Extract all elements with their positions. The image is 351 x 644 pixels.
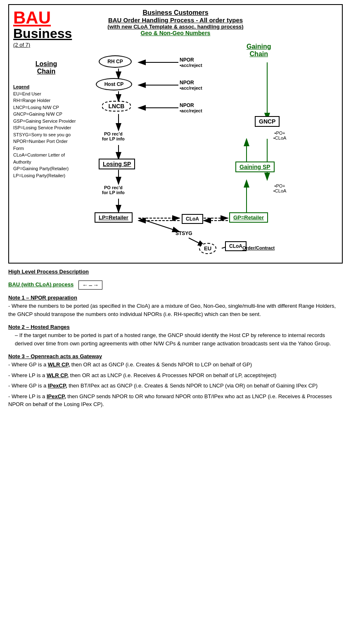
- note3-para4: - Where LP is a IPexCP, then GNCP sends …: [8, 392, 343, 409]
- right-arrow-icon: →: [93, 282, 99, 288]
- lncb-box: LNCB: [102, 101, 131, 112]
- note2-list: If the target number to be ported is par…: [8, 331, 343, 347]
- arrow-indicator: ← – →: [78, 280, 102, 290]
- note3-p3-prefix: - Where GP is a: [8, 383, 48, 389]
- note3-p2-suffix: then OR act as LNCP (i.e. Receives & Pro…: [69, 372, 276, 378]
- diagram-container: Business Customers BAU Order Handling Pr…: [8, 4, 343, 264]
- legend-item-5: ISP=Losing Service Provider: [13, 124, 79, 131]
- legend-item-10: LP=Losing Party(Retailer): [13, 172, 79, 179]
- bau-process-title: BAU (with CLoA) process: [8, 281, 74, 288]
- dash-icon: –: [89, 282, 92, 288]
- legend: Legend EU=End User RH=Range Holder LNCP=…: [13, 83, 79, 179]
- legend-item-1: RH=Range Holder: [13, 97, 79, 104]
- page: Business Customers BAU Order Handling Pr…: [0, 0, 351, 418]
- flow-arrows: [77, 40, 338, 259]
- note3-p2-link: WLR CP,: [47, 372, 69, 378]
- note3-p3-link: IPexCP,: [48, 383, 67, 389]
- high-level-section: High Level Process Description: [8, 269, 343, 275]
- note3-para2: - Where LP is a WLR CP, then OR act as L…: [8, 371, 343, 380]
- note3-p4-prefix: - Where LP is a: [8, 393, 47, 399]
- legend-item-3: GNCP=Gaining N/W CP: [13, 111, 79, 118]
- legend-item-2: LNCP=Losing N/W CP: [13, 104, 79, 111]
- high-level-title: High Level Process Description: [8, 269, 343, 275]
- po-cloa-right2: •PO+ •CLoA: [273, 183, 286, 193]
- po-rec1: PO rec'd for LP info: [102, 131, 125, 141]
- legend-title: Legend: [13, 83, 79, 90]
- npor3-label: NPOR •acc/reject: [180, 102, 202, 113]
- po-cloa-right1: •PO+ •CLoA: [273, 131, 286, 140]
- npor2-label: NPOR •acc/reject: [180, 80, 202, 90]
- chain-label: Chain: [13, 68, 79, 75]
- note3-p2-prefix: - Where LP is a: [8, 372, 47, 378]
- order-contract-label: Order/Contract: [242, 245, 275, 250]
- note2-title: Note 2 – Hosted Ranges: [8, 324, 343, 330]
- left-arrow-icon: ←: [82, 282, 88, 288]
- gaining-chain-label: Gaining Chain: [247, 43, 271, 58]
- bau-text: BAU: [13, 9, 79, 26]
- note3-section: Note 3 – Openreach acts as Gateway - Whe…: [8, 353, 343, 409]
- legend-item-9: GP=Gaining Party(Retailer): [13, 165, 79, 172]
- note1-body: - Where the numbers to be ported (as spe…: [8, 302, 343, 318]
- note2-item1: If the target number to be ported is par…: [15, 331, 343, 347]
- svg-line-17: [138, 218, 180, 232]
- stsyg-label: STSYG: [176, 231, 192, 236]
- legend-item-7: NPOR=Number Port Order Form: [13, 138, 79, 152]
- losing-chain: Losing Chain: [13, 60, 79, 75]
- losing-label: Losing: [13, 60, 79, 68]
- note3-p3-suffix: then BT/IPex act as GNCP (i.e. Creates &…: [67, 383, 318, 389]
- flow-diagram: RH CP Host CP LNCB NPOR •acc/reject NPOR…: [77, 40, 338, 259]
- note2-section: Note 2 – Hosted Ranges If the target num…: [8, 324, 343, 347]
- note3-title: Note 3 – Openreach acts as Gateway: [8, 353, 343, 359]
- note1-section: Note 1 – NPOR preparation - Where the nu…: [8, 295, 343, 318]
- bau-process-line: BAU (with CLoA) process ← – →: [8, 280, 343, 290]
- gncp-box: GNCP: [255, 116, 280, 127]
- legend-item-8: CLoA=Customer Letter of Authority: [13, 152, 79, 165]
- note1-title: Note 1 – NPOR preparation: [8, 295, 343, 301]
- host-cp-box: Host CP: [96, 78, 132, 90]
- losing-sp-box: Losing SP: [99, 159, 135, 169]
- po-rec2: PO rec'd for LP info: [102, 185, 125, 195]
- note3-para1: - Where GP is a WLR CP, then OR act as G…: [8, 361, 343, 369]
- gaining-sp-box: Gaining SP: [235, 162, 275, 172]
- page-num: (2 of 7): [13, 42, 79, 48]
- business-text: Business: [13, 26, 79, 41]
- legend-item-4: GSP=Gaining Service Provider: [13, 118, 79, 125]
- note3-p1-prefix: - Where GP is a: [8, 361, 48, 368]
- note3-p1-suffix: then OR act as GNCP (i.e. Creates & Send…: [70, 361, 252, 368]
- legend-item-0: EU=End User: [13, 90, 79, 97]
- note3-p1-link: WLR CP,: [48, 361, 70, 368]
- legend-item-6: STSYG=Sorry to see you go: [13, 131, 79, 138]
- gp-retailer-box: GP=Retailer: [229, 212, 268, 223]
- left-panel: BAU Business (2 of 7) Losing Chain Legen…: [13, 9, 79, 179]
- npor1-label: NPOR •acc/reject: [180, 57, 202, 68]
- cloa1-box: CLoA: [182, 214, 203, 224]
- eu-box: EU: [199, 243, 216, 254]
- lp-retailer-box: LP=Retailer: [95, 212, 133, 223]
- rh-cp-box: RH CP: [99, 55, 132, 68]
- note3-p4-link: IPexCP,: [47, 393, 66, 399]
- note3-para3: - Where GP is a IPexCP, then BT/IPex act…: [8, 382, 343, 390]
